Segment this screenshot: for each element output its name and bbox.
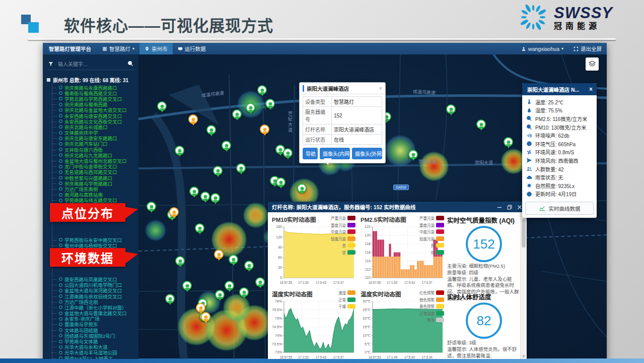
tree-item[interactable]: 崇庆南路与永康西路路口	[51, 85, 138, 90]
tree-item[interactable]: 崇庆北路与长城路口	[51, 124, 138, 130]
map-pin-online[interactable]	[446, 104, 456, 114]
tree-item[interactable]: 金盆地大道与晋康北路交叉口	[51, 311, 138, 316]
map-pin-online[interactable]	[297, 184, 307, 193]
tree-item[interactable]: 金盆地大道与滨河路交叉口	[51, 288, 138, 293]
map-pin-warning[interactable]	[188, 114, 198, 124]
tree-item[interactable]: 无名道路与西郊路交叉口	[51, 169, 138, 175]
tree-item[interactable]: 唐安西路与凤凰路交叉口	[51, 276, 138, 282]
map-pin-online[interactable]	[182, 281, 192, 290]
nav-user-menu[interactable]: wangxiaohua ▾	[516, 43, 568, 54]
tree-item[interactable]: 崇庆北路与唐安东路路口	[51, 136, 138, 141]
map-pin-warning[interactable]	[214, 250, 224, 259]
map-pin-online[interactable]	[283, 148, 293, 158]
map-pin-online[interactable]	[195, 223, 204, 233]
minimize-icon[interactable]	[496, 204, 503, 210]
map-pin-warning[interactable]	[169, 207, 179, 217]
map-pin-online[interactable]	[244, 261, 254, 270]
map-pin-online[interactable]	[257, 85, 267, 95]
env-panel-close-icon[interactable]: ×	[585, 86, 597, 93]
map-pin-online[interactable]	[265, 99, 275, 108]
tree-item[interactable]: 中胜世家与兴盛路路口	[51, 175, 138, 180]
map-canvas[interactable]: 成温邛高速成温邛高速崇阳大道崇阳大道世纪大道G4202安生绿洲广场 崇阳大道澜峰…	[138, 54, 607, 359]
map-pin-warning[interactable]	[260, 125, 269, 134]
tree-item[interactable]: 学苑南与文体路	[51, 338, 138, 344]
map-layers-button[interactable]	[586, 57, 599, 71]
tree-item[interactable]: 团结路与东城国际2号门	[51, 333, 138, 338]
popup-button-2[interactable]: 摄像头(外网	[352, 148, 382, 159]
scrollbar[interactable]: ▲ ▼	[520, 212, 527, 359]
map-pin-online[interactable]	[476, 119, 486, 129]
nav-item-1[interactable]: 崇州市	[139, 43, 173, 54]
tree-item[interactable]: 文体路与团结路	[51, 327, 138, 333]
tree-item[interactable]: 蜀南街与蜀南西路交叉口	[51, 90, 138, 96]
map-pin-online[interactable]	[276, 177, 285, 187]
nav-item-label: 智慧路灯	[109, 45, 130, 52]
tree-item[interactable]: 公园大道四川机电学院门口	[51, 282, 138, 288]
map-pin-online[interactable]	[236, 163, 246, 173]
tree-item[interactable]: 崇庆北路与金盆地大道交叉口	[51, 107, 138, 113]
realtime-curve-button[interactable]: 实时曲线数据	[525, 202, 594, 215]
tree-collapse-icon[interactable]	[47, 78, 50, 82]
tree-item[interactable]: 永安东-崇庆广场	[51, 316, 138, 322]
tree-root[interactable]: 崇州市 总数: 99 在线: 68 离线: 31	[47, 76, 136, 84]
map-pin-online[interactable]	[255, 277, 265, 287]
tree-item[interactable]: 光华大道与羊马湿地公园	[51, 350, 138, 355]
tree-item[interactable]: 崇庆南路与学苑路路口	[51, 180, 138, 186]
tree-item[interactable]: 学苑北路与学苑西路交叉口	[51, 96, 138, 101]
tree-item[interactable]: 金盆地大道与蜀州北路交叉口	[51, 158, 138, 163]
tree-item[interactable]: 文体路崇庆中学	[51, 130, 138, 136]
map-pin-online[interactable]	[157, 101, 167, 111]
scroll-thumb[interactable]	[522, 219, 526, 248]
map-pin-online[interactable]	[165, 294, 175, 304]
popup-close-icon[interactable]: ×	[376, 85, 385, 91]
map-pin-warning[interactable]	[201, 312, 210, 322]
tree-item[interactable]: 江源中路（崇七小学斜对面）	[51, 305, 138, 310]
map-pin-online[interactable]	[175, 256, 185, 266]
map-pin-online[interactable]	[232, 109, 242, 119]
tree-item[interactable]: 崇庆北路与九龙路路口	[51, 152, 138, 158]
tree-item[interactable]: 光华大道与永和大道	[51, 344, 138, 350]
map-pin-online[interactable]	[213, 166, 223, 175]
tree-item[interactable]: 国道318至F1-上林西工	[51, 355, 138, 359]
tree-item[interactable]: 南河路与高铁站南	[51, 192, 138, 198]
popup-button-0[interactable]: 导航	[303, 148, 318, 159]
search-icon[interactable]	[127, 60, 134, 68]
map-pin-online[interactable]	[210, 193, 220, 203]
map-pin-online[interactable]	[222, 141, 231, 150]
map-pin-warning[interactable]	[196, 303, 205, 313]
map-pin-online[interactable]	[200, 192, 210, 201]
tree-item[interactable]: 晋康南与学苑东	[51, 322, 138, 327]
map-pin-online[interactable]	[147, 202, 156, 211]
search-input[interactable]	[57, 61, 124, 68]
scroll-down-icon[interactable]: ▼	[521, 353, 527, 359]
tree-item[interactable]: 学苑西街与永安中路交叉口	[51, 237, 138, 243]
map-pin-online[interactable]	[189, 187, 199, 196]
tree-item[interactable]: 永安西路与文化西街交叉口	[51, 118, 138, 124]
tree-item[interactable]: 江源南路与崇双旧线交叉口	[51, 293, 138, 299]
nav-brand[interactable]: 智慧路灯管理平台	[43, 43, 97, 54]
tree-item[interactable]: 蜀州中路与杨柳街交叉口	[51, 243, 138, 248]
tree-item[interactable]: 万达广场西北侧	[51, 299, 138, 305]
map-pin-online[interactable]	[206, 125, 216, 135]
tree-item[interactable]: 永安西路与唐安西路交叉口	[51, 113, 138, 118]
exit-fullscreen-button[interactable]: 退出全屏	[568, 43, 607, 54]
map-pin-online[interactable]	[215, 290, 225, 299]
tree-item[interactable]: 万达广场东南侧	[51, 186, 138, 192]
map-pin-online[interactable]	[229, 255, 238, 264]
tree-item[interactable]: 崇庆北路汽车站门口	[51, 141, 138, 147]
map-pin-online[interactable]	[239, 287, 249, 297]
nav-item-0[interactable]: 智慧路灯▾	[97, 43, 139, 54]
filter-icon[interactable]	[48, 61, 54, 67]
map-pin-online[interactable]	[175, 146, 184, 155]
tree-item[interactable]: 学苑南路与纬五路交叉口	[51, 198, 138, 203]
map-pin-online[interactable]	[246, 103, 255, 112]
tree-item[interactable]: 崇庆南路与蜀南西路	[51, 102, 138, 107]
map-pin-online[interactable]	[408, 150, 418, 159]
popup-button-1[interactable]: 摄像头(内网	[320, 148, 350, 159]
restore-icon[interactable]	[507, 204, 513, 210]
tree-item[interactable]: 文井街与唐六西街	[51, 147, 138, 152]
map-pin-online[interactable]	[225, 281, 234, 290]
nav-item-2[interactable]: 运行数据	[173, 43, 211, 54]
map-pin-online[interactable]	[504, 137, 513, 147]
tree-item[interactable]: 龙门中街与金带街交叉口	[51, 164, 138, 169]
